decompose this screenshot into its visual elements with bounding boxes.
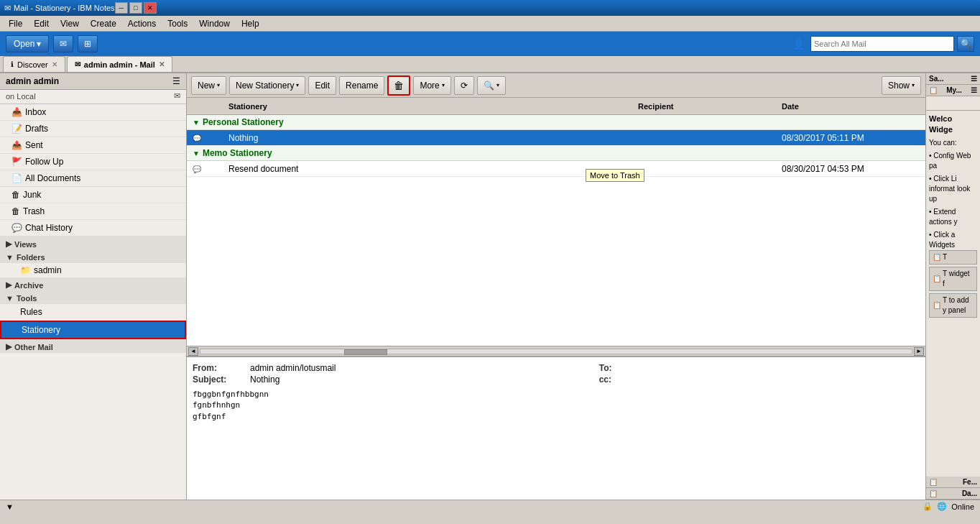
menu-actions[interactable]: Actions	[122, 17, 162, 31]
rename-button[interactable]: Rename	[339, 76, 384, 95]
sidebar-menu-icon[interactable]: ☰	[172, 76, 180, 86]
sidebar-section-archive[interactable]: ▶ Archive	[0, 277, 186, 291]
menu-edit[interactable]: Edit	[28, 17, 55, 31]
status-text: Online	[951, 502, 974, 511]
maximize-button[interactable]: □	[129, 2, 142, 14]
edit-button[interactable]: Edit	[308, 76, 336, 95]
subject-value: Nothing	[250, 374, 599, 385]
grid-icon-button[interactable]: ⊞	[78, 35, 98, 52]
header-date[interactable]: Date	[779, 102, 923, 111]
more-button[interactable]: More ▾	[413, 76, 450, 95]
new-stationery-button[interactable]: New Stationery ▾	[229, 76, 305, 95]
sidebar-item-chat-history[interactable]: 💬 Chat History	[0, 220, 186, 236]
main-layout: admin admin ☰ on Local ✉ 📥 Inbox 📝 Draft…	[0, 73, 980, 500]
menubar: File Edit View Create Actions Tools Wind…	[0, 16, 980, 32]
trash-button[interactable]: 🗑	[387, 75, 410, 96]
sidebar-folder-sadmin[interactable]: 📁 sadmin	[0, 263, 186, 277]
open-button[interactable]: Open ▾	[6, 35, 49, 52]
sidebar-item-all-documents[interactable]: 📄 All Documents	[0, 170, 186, 187]
trash-icon: 🗑	[11, 206, 20, 216]
refresh-button[interactable]: ⟳	[454, 76, 474, 95]
statusbar: ▼ 🔒 🌐 Online	[0, 500, 980, 512]
search-icon-button[interactable]: 👤	[792, 38, 805, 50]
network-icon: 🌐	[937, 502, 947, 511]
sidebar-item-inbox[interactable]: 📥 Inbox	[0, 104, 186, 121]
status-arrow-icon: ▼	[6, 502, 14, 511]
scroll-thumb[interactable]	[344, 349, 387, 355]
search-submit-button[interactable]: 🔍	[957, 36, 974, 52]
sidebar-section-other-mail[interactable]: ▶ Other Mail	[0, 339, 186, 353]
scroll-track[interactable]	[200, 349, 912, 354]
scroll-left-button[interactable]: ◄	[188, 347, 198, 356]
right-panel-item-1[interactable]: 📋 T	[929, 250, 977, 265]
section-personal-stationery[interactable]: ▼ Personal Stationery	[187, 115, 925, 130]
sidebar-section-tools[interactable]: ▼ Tools	[0, 291, 186, 304]
refresh-icon: ⟳	[461, 81, 468, 91]
sidebar-item-junk[interactable]: 🗑 Junk	[0, 187, 186, 203]
subject-label: Subject:	[193, 374, 250, 385]
views-arrow-icon: ▶	[6, 239, 11, 249]
menu-tools[interactable]: Tools	[162, 17, 193, 31]
close-button[interactable]: ✕	[144, 2, 157, 14]
welcome-content: You can:	[929, 138, 977, 148]
tab-mail-close[interactable]: ✕	[159, 60, 165, 68]
right-panel-item-1-icon: 📋	[933, 252, 941, 262]
right-panel-item-3[interactable]: 📋 T to add y panel	[929, 293, 977, 318]
menu-create[interactable]: Create	[85, 17, 122, 31]
tabbar: ℹ Discover ✕ ✉ admin admin - Mail ✕	[0, 56, 980, 73]
table-header: Stationery Recipient Date	[187, 98, 925, 115]
menu-window[interactable]: Window	[193, 17, 236, 31]
from-label: From:	[193, 363, 250, 373]
tab-mail[interactable]: ✉ admin admin - Mail ✕	[67, 56, 172, 72]
minimize-button[interactable]: ─	[115, 2, 128, 14]
search-options-button[interactable]: 🔍 ▾	[477, 76, 506, 95]
menu-help[interactable]: Help	[236, 17, 265, 31]
sidebar-header: admin admin ☰	[0, 73, 186, 90]
new-button[interactable]: New ▾	[191, 76, 226, 95]
bullet-1: • Config Web pa	[929, 151, 977, 171]
sidebar-item-sent[interactable]: 📤 Sent	[0, 137, 186, 154]
row-icon-2: 💬	[193, 165, 201, 173]
tab-discover-close[interactable]: ✕	[52, 60, 57, 68]
mail-icon-button[interactable]: ✉	[53, 35, 73, 52]
search-area: 👤 🔍	[102, 36, 974, 52]
menu-view[interactable]: View	[55, 17, 85, 31]
right-panel-menu-2-icon[interactable]: ☰	[971, 86, 977, 94]
tab-discover[interactable]: ℹ Discover ✕	[3, 56, 65, 72]
preview-meta: From: admin admin/lotusmail To: Subject:…	[193, 363, 920, 385]
right-panel-item-2-icon: 📋	[933, 274, 941, 284]
right-panel-menu-icon[interactable]: ☰	[971, 75, 977, 83]
search-input[interactable]	[810, 36, 954, 52]
to-label: To:	[599, 363, 657, 373]
table-row-resend[interactable]: 💬 Resend document 08/30/2017 04:53 PM	[187, 161, 925, 177]
table-row-nothing[interactable]: 💬 Nothing 08/30/2017 05:11 PM	[187, 130, 925, 146]
sidebar-section-views[interactable]: ▶ Views	[0, 236, 186, 250]
content-area: New ▾ New Stationery ▾ Edit Rename 🗑 Mov…	[187, 73, 925, 500]
sidebar-item-rules[interactable]: Rules	[0, 304, 186, 321]
header-stationery[interactable]: Stationery	[226, 102, 635, 111]
row-name-1: Nothing	[226, 133, 635, 143]
show-button[interactable]: Show ▾	[882, 76, 921, 95]
right-panel-divider	[926, 96, 980, 111]
right-panel-item-2[interactable]: 📋 T widget f	[929, 267, 977, 291]
titlebar-icon: ✉	[4, 4, 11, 13]
new-stationery-arrow-icon: ▾	[296, 82, 299, 88]
more-arrow-icon: ▾	[442, 82, 445, 88]
sidebar-item-stationery[interactable]: Stationery	[0, 321, 186, 339]
sidebar-item-drafts[interactable]: 📝 Drafts	[0, 121, 186, 137]
new-arrow-icon: ▾	[217, 82, 220, 88]
to-value	[657, 363, 920, 373]
menu-file[interactable]: File	[3, 17, 28, 31]
footer-1-icon: 📋	[929, 478, 938, 486]
sidebar-item-follow-up[interactable]: 🚩 Follow Up	[0, 154, 186, 170]
bullet-2: • Click Li informat look up	[929, 174, 977, 204]
horizontal-scrollbar[interactable]: ◄ ►	[187, 346, 925, 356]
section-memo-stationery[interactable]: ▼ Memo Stationery	[187, 146, 925, 161]
header-recipient[interactable]: Recipient	[635, 102, 779, 111]
sidebar-subtitle-icon: ✉	[174, 91, 180, 101]
preview-body: fbggbnfgnfhbbgnn fgnbfhnhgn gfbfgnf	[193, 389, 920, 422]
scroll-right-button[interactable]: ►	[914, 347, 924, 356]
sidebar-item-trash[interactable]: 🗑 Trash	[0, 203, 186, 220]
sidebar-section-folders[interactable]: ▼ Folders	[0, 250, 186, 263]
status-right: 🔒 🌐 Online	[923, 502, 974, 511]
